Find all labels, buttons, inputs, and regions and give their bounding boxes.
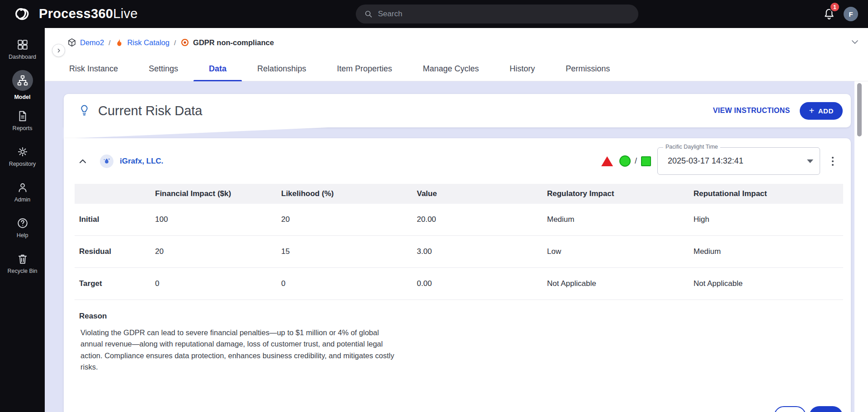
breadcrumb-item-demo2[interactable]: Demo2 bbox=[67, 38, 104, 47]
cell-likelihood: 15 bbox=[281, 247, 417, 256]
kebab-icon bbox=[827, 155, 838, 168]
row-label: Target bbox=[75, 279, 155, 288]
target-icon bbox=[180, 38, 189, 47]
footer-secondary-button[interactable] bbox=[774, 406, 806, 412]
row-label: Residual bbox=[75, 247, 155, 256]
entity-icon bbox=[100, 154, 113, 168]
tab-history[interactable]: History bbox=[494, 57, 550, 81]
admin-person-icon bbox=[17, 182, 28, 193]
reason-text: Violating the GDPR can lead to severe fi… bbox=[80, 327, 397, 373]
cell-regulatory-impact: Low bbox=[547, 247, 693, 256]
top-header: Process360Live 1 F bbox=[0, 0, 868, 28]
risk-indicator-square-green bbox=[641, 156, 651, 166]
breadcrumb-item-risk-catalog[interactable]: Risk Catalog bbox=[115, 38, 170, 47]
cell-reputational-impact: Not Applicable bbox=[693, 279, 843, 288]
sidebar-item-model[interactable]: Model bbox=[0, 67, 45, 103]
timestamp-select[interactable]: Pacific Daylight Time 2025-03-17 14:32:4… bbox=[657, 147, 820, 175]
tab-manage-cycles[interactable]: Manage Cycles bbox=[407, 57, 494, 81]
cell-likelihood: 20 bbox=[281, 215, 417, 224]
tab-bar: Risk Instance Settings Data Relationship… bbox=[45, 57, 868, 81]
search-icon bbox=[364, 9, 373, 19]
add-button[interactable]: + ADD bbox=[800, 102, 843, 120]
flame-icon bbox=[115, 38, 123, 47]
app-title-light: Live bbox=[113, 6, 137, 21]
table-header-row: Financial Impact ($k) Likelihood (%) Val… bbox=[75, 184, 843, 204]
lightbulb-icon bbox=[79, 104, 90, 117]
breadcrumb-expand-button[interactable] bbox=[851, 39, 859, 46]
cell-regulatory-impact: Medium bbox=[547, 215, 693, 224]
splash-icon bbox=[103, 157, 111, 165]
app-logo-icon[interactable] bbox=[13, 5, 32, 24]
section-title: Current Risk Data bbox=[98, 103, 713, 118]
section-header-card: Current Risk Data VIEW INSTRUCTIONS + AD… bbox=[64, 94, 851, 127]
content-panel: Current Risk Data VIEW INSTRUCTIONS + AD… bbox=[45, 81, 854, 412]
column-header-value: Value bbox=[417, 189, 547, 198]
column-header-regulatory-impact: Regulatory Impact bbox=[547, 189, 693, 198]
tab-relationships[interactable]: Relationships bbox=[242, 57, 321, 81]
select-arrow-icon bbox=[807, 159, 813, 163]
add-button-label: ADD bbox=[818, 107, 834, 115]
sidebar-item-label: Dashboard bbox=[9, 54, 36, 60]
breadcrumb-separator: / bbox=[108, 39, 110, 47]
sidebar-item-reports[interactable]: Reports bbox=[0, 103, 45, 139]
scrollbar-track bbox=[854, 81, 868, 412]
cube-icon bbox=[67, 38, 76, 47]
tab-risk-instance[interactable]: Risk Instance bbox=[54, 57, 133, 81]
entity-name-link[interactable]: iGrafx, LLC. bbox=[120, 157, 163, 166]
slant-decoration bbox=[64, 127, 328, 139]
sidebar-item-label: Reports bbox=[13, 125, 33, 131]
tab-settings[interactable]: Settings bbox=[133, 57, 193, 81]
risk-card-header: iGrafx, LLC. / Pacific Daylight Time 202… bbox=[64, 138, 851, 184]
app-title-bold: Process360 bbox=[39, 6, 113, 21]
cell-reputational-impact: High bbox=[693, 215, 843, 224]
sidebar-item-label: Help bbox=[17, 232, 28, 239]
timestamp-value: 2025-03-17 14:32:41 bbox=[668, 156, 743, 166]
cell-financial-impact: 20 bbox=[155, 247, 281, 256]
sidebar-item-label: Repository bbox=[9, 161, 36, 167]
cell-regulatory-impact: Not Applicable bbox=[547, 279, 693, 288]
chevron-up-icon bbox=[77, 156, 88, 167]
plus-icon: + bbox=[809, 106, 814, 115]
sidebar-item-admin[interactable]: Admin bbox=[0, 174, 45, 210]
column-header-likelihood: Likelihood (%) bbox=[281, 189, 417, 198]
breadcrumb-label: Risk Catalog bbox=[127, 38, 170, 47]
risk-data-card: iGrafx, LLC. / Pacific Daylight Time 202… bbox=[64, 138, 851, 412]
sidebar-item-dashboard[interactable]: Dashboard bbox=[0, 32, 45, 67]
cell-value: 20.00 bbox=[417, 215, 547, 224]
repository-gear-icon bbox=[17, 146, 28, 158]
model-icon bbox=[17, 75, 28, 86]
tab-data[interactable]: Data bbox=[193, 57, 242, 81]
table-row-target: Target 0 0 0.00 Not Applicable Not Appli… bbox=[75, 268, 843, 300]
footer-primary-button[interactable] bbox=[809, 406, 843, 412]
search-input[interactable] bbox=[378, 9, 630, 19]
table-row-residual: Residual 20 15 3.00 Low Medium bbox=[75, 236, 843, 268]
tab-permissions[interactable]: Permissions bbox=[550, 57, 625, 81]
kebab-menu-button[interactable] bbox=[827, 155, 838, 168]
cell-reputational-impact: Medium bbox=[693, 247, 843, 256]
table-row-initial: Initial 100 20 20.00 Medium High bbox=[75, 204, 843, 236]
chevron-down-icon bbox=[851, 39, 859, 45]
scrollbar-thumb[interactable] bbox=[857, 83, 862, 136]
search-bar[interactable] bbox=[356, 5, 638, 23]
breadcrumb: Demo2 / Risk Catalog / GDPR non-complian… bbox=[45, 28, 868, 57]
sidebar-item-recycle-bin[interactable]: Recycle Bin bbox=[0, 246, 45, 281]
collapse-row-button[interactable] bbox=[77, 156, 88, 167]
breadcrumb-separator: / bbox=[174, 39, 176, 47]
collapse-panel-button[interactable] bbox=[52, 44, 65, 57]
breadcrumb-label: Demo2 bbox=[80, 38, 104, 47]
main-area: Demo2 / Risk Catalog / GDPR non-complian… bbox=[45, 28, 868, 412]
cell-value: 0.00 bbox=[417, 279, 547, 288]
view-instructions-link[interactable]: VIEW INSTRUCTIONS bbox=[713, 107, 790, 115]
sidebar-item-help[interactable]: Help bbox=[0, 210, 45, 246]
breadcrumb-label: GDPR non-compliance bbox=[193, 38, 274, 47]
notification-badge: 1 bbox=[830, 2, 840, 12]
sidebar-item-repository[interactable]: Repository bbox=[0, 139, 45, 174]
sidebar-item-label: Admin bbox=[14, 197, 30, 203]
sidebar-nav: Dashboard Model Reports bbox=[0, 28, 45, 412]
tab-item-properties[interactable]: Item Properties bbox=[321, 57, 407, 81]
dashboard-icon bbox=[17, 39, 28, 51]
column-header-financial-impact: Financial Impact ($k) bbox=[155, 189, 281, 198]
cell-financial-impact: 100 bbox=[155, 215, 281, 224]
user-avatar[interactable]: F bbox=[844, 7, 858, 21]
cell-value: 3.00 bbox=[417, 247, 547, 256]
